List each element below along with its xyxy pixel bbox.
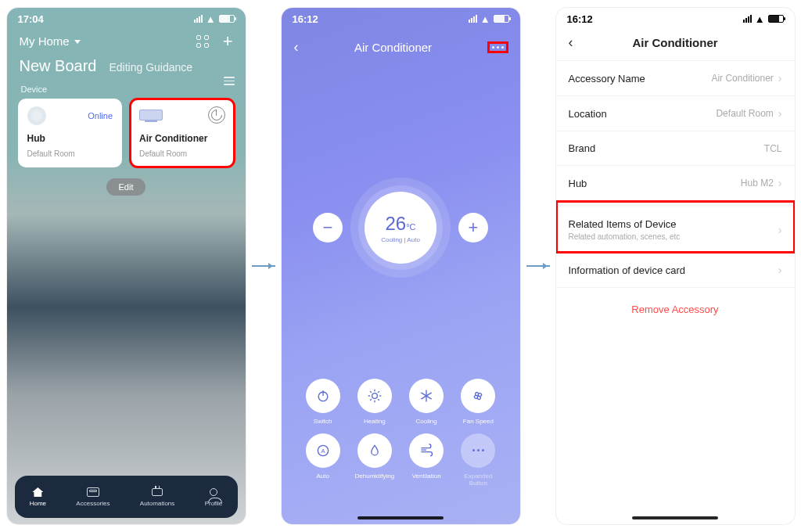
row-info-card[interactable]: Information of device card › (556, 253, 795, 288)
back-button[interactable]: ‹ (569, 34, 573, 51)
arrow-icon (252, 265, 275, 267)
add-icon[interactable]: + (223, 36, 233, 47)
home-indicator (357, 516, 444, 519)
ctrl-dehumidifying[interactable]: Dehumidifying (352, 433, 397, 487)
wifi-icon: ▲ (480, 13, 490, 25)
device-card-hub[interactable]: Online Hub Default Room (18, 99, 123, 167)
device-title: Hub (27, 133, 113, 144)
tab-profile[interactable]: Profile (205, 487, 223, 507)
row-brand: Brand TCL (556, 131, 795, 166)
hub-icon (27, 106, 46, 125)
screen-ac-control: 16:12 ▲ ‹ Air Conditioner − 26°C Cooling… (282, 8, 520, 524)
mode-label: Cooling | Auto (381, 236, 420, 243)
wifi-icon: ▲ (206, 13, 216, 25)
svg-line-10 (378, 392, 379, 394)
tab-automations[interactable]: Automations (140, 487, 174, 507)
home-selector[interactable]: My Home (20, 34, 81, 48)
row-location[interactable]: Location Default Room› (556, 96, 795, 131)
row-related-items[interactable]: Related Items of Device Related automati… (556, 201, 795, 253)
chevron-right-icon: › (778, 264, 782, 276)
temp-unit: °C (406, 222, 415, 232)
tab-home[interactable]: Home (30, 487, 46, 507)
row-accessory-name[interactable]: Accessory Name Air Conditioner› (556, 61, 795, 96)
editing-guidance[interactable]: Editing Guidance (109, 61, 192, 74)
grid-icon[interactable] (196, 35, 209, 48)
ctrl-fan-speed[interactable]: Fan Speed (455, 379, 501, 425)
temp-dial[interactable]: 26°C Cooling | Auto (358, 185, 443, 270)
temp-minus-button[interactable]: − (313, 213, 343, 243)
device-card-ac[interactable]: Air Conditioner Default Room (130, 99, 235, 167)
signal-icon (469, 15, 477, 23)
page-title: Air Conditioner (632, 36, 717, 49)
battery-icon (219, 15, 235, 23)
signal-icon (743, 15, 752, 23)
clock: 16:12 (293, 13, 318, 25)
screen-home: 17:04 ▲ My Home + New Board Editing Guid… (7, 8, 246, 524)
page-title: Air Conditioner (354, 41, 432, 54)
ctrl-heating[interactable]: Heating (352, 379, 397, 425)
ctrl-expanded[interactable]: Expanded Button (455, 433, 501, 487)
status-bar: 17:04 ▲ (7, 8, 246, 30)
status-online: Online (88, 111, 113, 120)
ctrl-switch[interactable]: Switch (300, 379, 346, 425)
device-section-label: Device (7, 77, 246, 99)
tab-bar: Home Accessories Automations Profile (15, 476, 238, 518)
home-indicator (632, 516, 718, 519)
clock: 17:04 (18, 13, 44, 25)
temp-plus-button[interactable]: + (458, 213, 488, 243)
chevron-right-icon: › (778, 107, 782, 120)
svg-line-9 (370, 400, 372, 401)
wifi-icon: ▲ (755, 13, 765, 25)
clock: 16:12 (567, 13, 593, 25)
device-room: Default Room (139, 149, 187, 158)
temp-value: 26 (385, 213, 406, 234)
ctrl-auto[interactable]: AAuto (300, 433, 346, 487)
board-title: New Board (20, 57, 97, 75)
edit-button[interactable]: Edit (106, 178, 146, 196)
status-bar: 16:12 ▲ (282, 8, 520, 30)
ac-icon (139, 110, 163, 120)
row-hub[interactable]: Hub Hub M2› (556, 166, 795, 201)
svg-point-2 (372, 394, 378, 399)
back-button[interactable]: ‹ (294, 39, 299, 56)
chevron-right-icon: › (778, 224, 782, 236)
svg-text:A: A (321, 447, 325, 454)
battery-icon (494, 15, 509, 23)
remove-accessory-button[interactable]: Remove Accessory (556, 288, 795, 331)
svg-line-8 (378, 400, 379, 401)
home-name: My Home (20, 34, 70, 48)
status-bar: 16:12 ▲ (556, 8, 795, 30)
tab-accessories[interactable]: Accessories (76, 487, 110, 507)
battery-icon (768, 15, 784, 23)
chevron-right-icon: › (778, 177, 782, 189)
more-icon[interactable] (488, 42, 508, 52)
svg-line-7 (370, 392, 372, 394)
chevron-right-icon: › (778, 72, 782, 84)
ctrl-ventilation[interactable]: Ventilation (404, 433, 449, 487)
ctrl-cooling[interactable]: Cooling (404, 379, 449, 425)
screen-ac-settings: 16:12 ▲ ‹ Air Conditioner Accessory Name… (556, 8, 795, 524)
power-icon[interactable] (208, 106, 225, 124)
device-title: Air Conditioner (139, 133, 225, 144)
caret-down-icon (74, 40, 81, 47)
device-room: Default Room (27, 149, 75, 158)
arrow-icon (526, 265, 550, 267)
signal-icon (194, 15, 203, 23)
